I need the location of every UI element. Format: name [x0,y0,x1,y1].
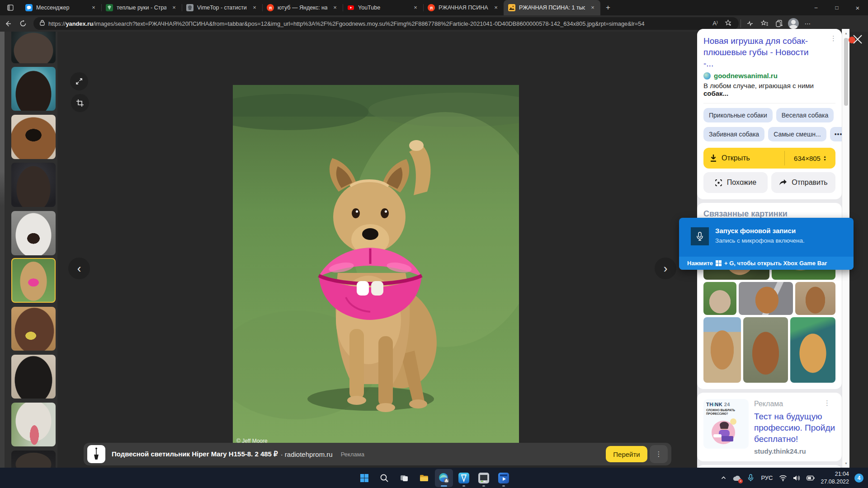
refresh-icon[interactable] [15,17,31,30]
tag-chip[interactable]: Веселая собака [776,108,834,122]
new-tab-button[interactable]: + [600,0,616,15]
vimeworld-taskbar-button[interactable] [455,469,473,487]
related-image[interactable] [739,282,793,315]
microphone-active-icon[interactable] [745,472,755,484]
volume-icon[interactable] [792,472,802,484]
thumbnail-dog-3[interactable] [11,115,56,159]
profile-avatar[interactable] [786,17,801,30]
ad-more-icon[interactable]: ⋮ [650,445,668,463]
next-image-icon[interactable]: › [655,258,676,279]
films-tv-icon [498,473,509,483]
minimize-button[interactable]: – [806,0,826,15]
battery-icon[interactable] [805,472,815,484]
thumbnail-dog-4[interactable] [11,163,56,207]
scroll-down-icon[interactable]: ▼ [842,462,850,465]
tab-youtube[interactable]: YouTube × [343,0,423,15]
read-aloud-icon[interactable]: A) [709,20,722,27]
tag-chip[interactable]: Прикольные собаки [703,108,773,122]
notification-count-badge[interactable]: 4 [854,474,863,483]
language-indicator[interactable]: РУС [759,474,774,481]
add-favorite-icon[interactable] [722,19,734,28]
tab-close-icon[interactable]: × [411,4,420,12]
main-image-dog-with-pink-lips-toy[interactable]: © Jeff Moore [233,85,519,448]
start-button[interactable] [355,469,373,487]
onedrive-error-icon[interactable]: × [732,472,742,484]
previous-image-icon[interactable]: ‹ [68,258,90,279]
tab-messenger[interactable]: Мессенджер × [21,0,101,15]
thumbnail-dog-1[interactable] [11,32,56,63]
tray-time: 21:04 [821,470,849,478]
related-image[interactable] [790,317,835,383]
tab-close-icon[interactable]: × [90,4,98,12]
tab-actions-icon[interactable] [0,0,21,15]
scrollbar-thumb[interactable] [844,38,848,106]
source-site-row[interactable]: goodnewsanimal.ru [703,72,835,80]
microphone-tile [691,227,709,245]
viewer-close-button[interactable] [852,33,866,48]
scroll-up-icon[interactable]: ▲ [842,32,850,35]
more-tags-button[interactable]: ••• [830,127,842,141]
ad-menu-icon[interactable]: ⋮ [824,399,831,407]
related-image[interactable] [743,317,788,383]
notification-footer[interactable]: Нажмите + G, чтобы открыть Xbox Game Bar [679,257,854,270]
related-image[interactable] [703,317,741,383]
settings-more-icon[interactable]: ⋯ [801,17,815,30]
films-tv-taskbar-button[interactable] [495,469,513,487]
tray-date: 27.08.2022 [821,478,849,485]
related-image[interactable] [795,282,835,315]
tab-yandex-search-psina[interactable]: Я РЖАЧНАЯ ПСИНА — Яндекс: н × [423,0,504,15]
thumbnail-dog-7[interactable] [11,307,56,351]
thumbnail-dog-9[interactable] [11,403,56,446]
sponsored-title-link[interactable]: Тест на будущую профессию. Пройди беспла… [754,411,835,445]
size-select[interactable]: 634×805 ▲▼ [785,155,835,162]
address-field[interactable]: https://yandex.ru/images/search?text=РЖА… [33,17,739,30]
tab-title: YouTube [358,5,408,11]
windows-logo-icon [716,260,722,266]
related-image[interactable] [703,282,736,315]
thumbnail-dog-5[interactable] [11,211,56,255]
thumbnail-dog-10[interactable] [11,450,56,468]
collections-icon[interactable] [772,17,786,30]
restore-button[interactable]: □ [826,0,847,15]
ad-go-button[interactable]: Перейти [606,446,647,462]
wifi-icon[interactable] [778,472,788,484]
card-menu-icon[interactable]: ⋮ [830,34,837,42]
console-app-taskbar-button[interactable] [475,469,493,487]
tab-title: Мессенджер [36,5,86,11]
messenger-favicon-icon [25,4,33,11]
favorites-icon[interactable] [757,17,772,30]
fullscreen-icon[interactable] [70,72,88,90]
tab-close-icon[interactable]: × [170,4,178,12]
tab-close-icon[interactable]: × [492,4,500,12]
task-view-button[interactable] [395,469,413,487]
xbox-gamebar-notification[interactable]: Запуск фоновой записи Запись с микрофона… [679,218,854,270]
tab-vimetop[interactable]: VimeTop - статистика игроков × [182,0,262,15]
tab-close-icon[interactable]: × [250,4,259,12]
similar-images-button[interactable]: Похожие [703,172,768,193]
thumbnail-dog-2[interactable] [11,67,56,111]
tag-chip[interactable]: Самые смешн... [768,127,826,141]
crop-icon[interactable] [71,94,89,112]
tab-forum[interactable]: теплые руки - Страница 3 - Жа × [101,0,182,15]
tray-chevron-icon[interactable] [718,472,728,484]
browser-essentials-icon[interactable] [743,17,757,30]
search-button[interactable] [375,469,393,487]
image-source-title-link[interactable]: Новая игрушка для собак-плюшевые губы - … [703,35,820,69]
sponsored-card[interactable]: THiNK 24 СЛОЖНО ВЫБРАТЬПРОФЕССИЮ? ⋮ Рек [697,393,842,461]
tag-chip[interactable]: Забивная собака [703,127,764,141]
bottom-ad-banner[interactable]: Подвесной светильник Hiper Mary H155-8. … [84,443,671,465]
share-button[interactable]: Отправить [771,172,835,193]
taskbar-clock[interactable]: 21:04 27.08.2022 [819,470,851,485]
window-close-button[interactable]: × [847,0,868,15]
thumbnail-dog-selected[interactable] [11,258,56,303]
open-image-button[interactable]: Открыть [703,154,784,162]
similar-icon [715,179,722,187]
tab-yandex-images-active[interactable]: РЖАЧНАЯ ПСИНА: 1 тыс изобр × [504,0,600,15]
thumbnail-dog-8[interactable] [11,355,56,399]
edge-taskbar-button[interactable] [435,469,453,487]
tab-yandex-search-youtube[interactable]: Я ютуб — Яндекс: нашлось 76 мл × [262,0,343,15]
back-icon[interactable] [0,17,15,30]
tab-close-icon[interactable]: × [331,4,339,12]
tab-close-icon[interactable]: × [589,4,597,12]
file-explorer-button[interactable] [415,469,433,487]
